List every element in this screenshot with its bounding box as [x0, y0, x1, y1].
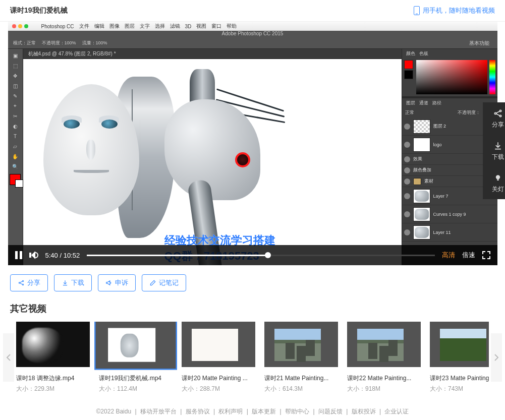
thumb-name: 课时23 Matte Painting ...	[430, 374, 489, 383]
time-display: 5:40 / 10:52	[45, 252, 80, 259]
phone-icon	[414, 6, 420, 15]
thumb-image	[347, 322, 421, 367]
action-bar: 分享 下载 申诉 记笔记	[0, 265, 505, 301]
thumbs-carousel: 课时18 调整边缘.mp4 大小：229.3M 课时19我们爱机械.mp4 大小…	[0, 322, 505, 393]
ps-color-swatch	[10, 174, 21, 185]
thumb-name: 课时21 Matte Painting...	[264, 374, 338, 383]
quality-button[interactable]: 高清	[442, 251, 455, 260]
download-label: 下载	[71, 278, 84, 287]
thumb-card[interactable]: 课时21 Matte Painting... 大小：614.3M	[264, 322, 338, 393]
download-icon	[62, 279, 69, 286]
other-videos-title: 其它视频	[0, 301, 505, 322]
thumb-image	[16, 322, 90, 367]
total-time: 10:52	[64, 252, 80, 259]
svg-point-1	[499, 110, 501, 111]
thumb-image	[430, 322, 489, 367]
thumb-card[interactable]: 课时23 Matte Painting ... 大小：743M	[430, 322, 489, 393]
ps-canvas: 经验技术交流学习搭建 QQ群：718195723	[23, 59, 402, 265]
side-light-button[interactable]: 关灯	[483, 167, 506, 199]
thumb-card[interactable]: 课时19我们爱机械.mp4 大小：112.4M	[99, 322, 173, 393]
download-button[interactable]: 下载	[54, 274, 92, 291]
svg-point-0	[494, 112, 496, 114]
thumb-size: 大小：614.3M	[264, 385, 338, 393]
share-button[interactable]: 分享	[10, 274, 48, 291]
download-icon	[493, 141, 503, 151]
svg-point-2	[499, 115, 501, 116]
thumb-image	[264, 322, 338, 367]
lightbulb-icon	[493, 173, 503, 183]
svg-line-3	[496, 111, 499, 112]
thumb-name: 课时19我们爱机械.mp4	[99, 374, 173, 383]
svg-line-4	[496, 113, 499, 115]
page-header: 课时19我们爱机械 用手机，随时随地看视频	[0, 0, 505, 22]
fullscreen-button[interactable]	[482, 251, 490, 259]
side-panel: 分享 下载 关灯	[483, 102, 506, 199]
progress-handle[interactable]	[265, 252, 271, 258]
side-download-label: 下载	[492, 153, 504, 161]
ps-document-tab: 机械4.psd @ 47.8% (图层 2, RGB/8#) *	[23, 49, 402, 59]
ps-toolbar: ▣⬚✥◫✎⌖✂◐T▱✋🔍	[8, 49, 23, 265]
svg-rect-6	[497, 179, 498, 181]
mobile-watch-link[interactable]: 用手机，随时随地看视频	[414, 6, 495, 15]
note-label: 记笔记	[159, 278, 179, 287]
speed-button[interactable]: 倍速	[462, 251, 475, 260]
thumb-size: 大小：288.7M	[182, 385, 255, 393]
page-footer: ©2022 Baidu | 移动开放平台 | 服务协议 | 权利声明 | 版本更…	[0, 393, 505, 419]
thumbs-prev-button[interactable]	[3, 333, 14, 382]
chevron-left-icon	[6, 353, 11, 362]
macos-menubar: Photoshop CC文件编辑图像图层文字选择滤镜3D视图窗口帮助	[8, 22, 497, 31]
svg-point-9	[22, 284, 23, 285]
progress-bar[interactable]	[87, 255, 434, 256]
video-player[interactable]: Photoshop CC文件编辑图像图层文字选择滤镜3D视图窗口帮助 Adobe…	[8, 22, 497, 265]
mobile-watch-label: 用手机，随时随地看视频	[423, 6, 495, 15]
current-time: 5:40	[45, 252, 58, 259]
thumb-size: 大小：229.3M	[16, 385, 90, 393]
pause-button[interactable]	[15, 251, 22, 259]
thumb-card[interactable]: 课时18 调整边缘.mp4 大小：229.3M	[16, 322, 90, 393]
thumb-name: 课时22 Matte Painting...	[347, 374, 421, 383]
thumb-image	[94, 322, 177, 370]
svg-line-11	[20, 283, 23, 284]
volume-button[interactable]	[29, 251, 38, 259]
thumbs-next-button[interactable]	[491, 333, 502, 382]
pencil-icon	[149, 279, 156, 286]
megaphone-icon	[105, 279, 113, 286]
page-title: 课时19我们爱机械	[10, 6, 68, 15]
thumb-name: 课时18 调整边缘.mp4	[16, 374, 90, 383]
side-share-button[interactable]: 分享	[483, 102, 506, 135]
chevron-right-icon	[494, 353, 499, 362]
svg-point-5	[495, 175, 499, 179]
note-button[interactable]: 记笔记	[142, 274, 186, 291]
thumb-card[interactable]: 课时22 Matte Painting... 大小：918M	[347, 322, 421, 393]
svg-point-8	[22, 280, 23, 281]
video-frame-content: Photoshop CC文件编辑图像图层文字选择滤镜3D视图窗口帮助 Adobe…	[8, 22, 497, 265]
report-label: 申诉	[115, 278, 128, 287]
share-icon	[18, 279, 25, 286]
ps-options-bar: 模式：正常 不透明度：100% 流量：100% 基本功能	[8, 38, 497, 49]
thumb-size: 大小：743M	[430, 385, 489, 393]
video-container: Photoshop CC文件编辑图像图层文字选择滤镜3D视图窗口帮助 Adobe…	[8, 22, 497, 265]
report-button[interactable]: 申诉	[98, 274, 136, 291]
share-icon	[493, 108, 503, 118]
thumb-size: 大小：112.4M	[99, 385, 173, 393]
thumb-name: 课时20 Matte Painting ...	[182, 374, 255, 383]
svg-line-10	[20, 281, 23, 282]
thumb-size: 大小：918M	[347, 385, 421, 393]
thumb-image	[182, 322, 255, 367]
side-download-button[interactable]: 下载	[483, 135, 506, 167]
thumbs-list: 课时18 调整边缘.mp4 大小：229.3M 课时19我们爱机械.mp4 大小…	[16, 322, 489, 393]
ps-title-bar: Adobe Photoshop CC 2015	[8, 31, 497, 38]
side-light-label: 关灯	[492, 185, 504, 194]
side-share-label: 分享	[492, 121, 504, 129]
share-label: 分享	[27, 278, 40, 287]
thumb-card[interactable]: 课时20 Matte Painting ... 大小：288.7M	[182, 322, 255, 393]
svg-point-7	[19, 282, 20, 283]
video-controls: 5:40 / 10:52 高清 倍速	[8, 245, 497, 265]
